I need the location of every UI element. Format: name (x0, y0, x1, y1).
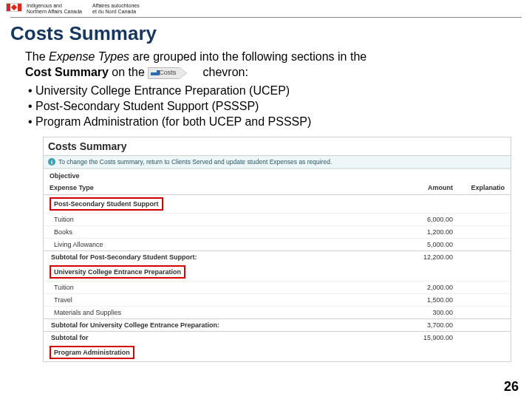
intro-text-4: chevron: (203, 66, 248, 78)
screenshot-title: Costs Summary (44, 137, 511, 156)
expense-amount: 1,200.00 (355, 226, 459, 238)
costs-chevron-label: Costs (159, 69, 176, 78)
gov-header: Indigenous and Northern Affairs Canada A… (0, 0, 532, 16)
page-number: 26 (504, 379, 519, 395)
gov-name-en: Indigenous and Northern Affairs Canada (27, 3, 82, 14)
group-prog-admin-label: Program Administration (50, 346, 134, 359)
subtotal-row: Subtotal for15,900.00 (44, 331, 511, 344)
costs-chevron: Costs (148, 67, 186, 79)
intro-text-3: on the (109, 66, 148, 78)
table-header: Expense Type Amount Explanatio (44, 181, 511, 195)
expense-amount: 300.00 (355, 307, 459, 318)
intro-expense-types: Expense Types (49, 50, 129, 63)
expense-amount: 2,000.00 (355, 282, 459, 293)
table-row: Tuition2,000.00 (44, 281, 511, 293)
intro-cost-summary: Cost Summary (25, 66, 109, 78)
subtotal-amount: 12,200.00 (355, 251, 459, 263)
table-row: Books1,200.00 (44, 225, 511, 238)
info-text: To change the Costs summary, return to C… (58, 158, 332, 166)
expense-name: Travel (44, 294, 355, 306)
expense-name: Tuition (44, 282, 355, 293)
subtotal-row: Subtotal for Post-Secondary Student Supp… (44, 250, 511, 263)
subtotal-label: Subtotal for University College Entrance… (44, 319, 355, 331)
expense-amount: 5,000.00 (355, 239, 459, 250)
gov-name-fr: Affaires autochtones et du Nord Canada (92, 3, 140, 14)
subtotal-label: Subtotal for (44, 332, 355, 344)
gov-en-line1: Indigenous and (27, 3, 82, 9)
table-row: Travel1,500.00 (44, 293, 511, 306)
table-row: Materials and Supplies300.00 (44, 306, 511, 318)
bullet-item: Program Administration (for both UCEP an… (28, 115, 507, 130)
expense-name: Living Allowance (44, 239, 355, 250)
bullet-item: Post-Secondary Student Support (PSSSP) (28, 99, 507, 115)
page-title: Costs Summary (0, 21, 532, 50)
gov-en-line2: Northern Affairs Canada (27, 9, 82, 15)
info-icon: i (48, 158, 55, 166)
col-expense-type: Expense Type (44, 181, 355, 194)
col-explanation: Explanatio (459, 181, 511, 194)
expense-name: Tuition (44, 214, 355, 225)
intro-text-2: are grouped into the following sections … (129, 50, 366, 63)
gov-fr-line2: et du Nord Canada (92, 9, 140, 15)
expense-amount: 1,500.00 (355, 294, 459, 306)
header-rule (10, 17, 522, 18)
bullet-item: University College Entrance Preparation … (28, 83, 507, 99)
expense-name: Materials and Supplies (44, 307, 355, 318)
costs-chevron-body: Costs (148, 67, 180, 79)
expense-name: Books (44, 226, 355, 238)
subtotal-amount: 15,900.00 (355, 332, 459, 344)
col-amount: Amount (355, 181, 459, 194)
info-banner: i To change the Costs summary, return to… (44, 156, 511, 168)
subtotal-amount: 3,700.00 (355, 319, 459, 331)
intro-text-1: The (25, 50, 49, 63)
bar-chart-icon (151, 70, 157, 75)
screenshot-panel: Costs Summary i To change the Costs summ… (43, 137, 511, 362)
table-row: Living Allowance5,000.00 (44, 238, 511, 250)
group-psssp-label: Post-Secondary Student Support (50, 197, 163, 211)
subtotal-row: Subtotal for University College Entrance… (44, 318, 511, 331)
body-text: The Expense Types are grouped into the f… (0, 50, 532, 129)
expense-amount: 6,000.00 (355, 214, 459, 225)
canada-flag-icon (6, 3, 22, 12)
bullet-list: University College Entrance Preparation … (25, 83, 507, 129)
chevron-right-icon (179, 67, 186, 79)
objective-label: Objective (44, 168, 511, 181)
group-ucep-label: University College Entrance Preparation (50, 265, 185, 279)
table-row: Tuition6,000.00 (44, 213, 511, 225)
gov-fr-line1: Affaires autochtones (92, 3, 140, 9)
subtotal-label: Subtotal for Post-Secondary Student Supp… (44, 251, 355, 263)
